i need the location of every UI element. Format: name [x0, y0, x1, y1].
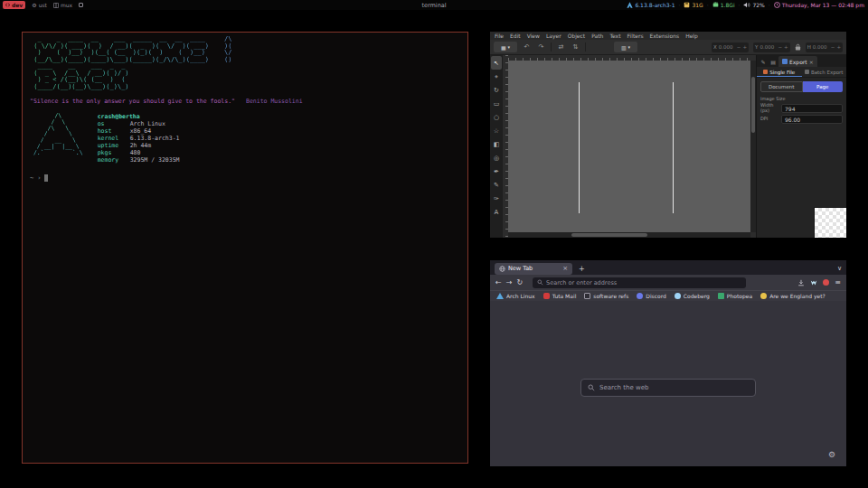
align-dropdown[interactable]: ▥ ▾ — [614, 42, 637, 52]
reload-button[interactable]: ↻ — [516, 278, 523, 286]
layers-dialog-tab[interactable]: ▤ — [769, 57, 778, 67]
downloads-icon[interactable] — [797, 279, 805, 286]
browser-nav-bar: ← → ↻ ≡ — [490, 275, 846, 290]
quote-text: "Silence is the only answer you should g… — [30, 98, 235, 105]
tool-3dbox[interactable]: ◧ — [491, 137, 502, 151]
selection-mode-dropdown[interactable]: ▦ ▾ — [494, 42, 517, 52]
user-host: crash@bertha — [98, 113, 180, 120]
tool-calligraphy[interactable]: ✑ — [491, 192, 502, 205]
flip-horizontal-button[interactable]: ⇄ — [556, 43, 566, 51]
fetch-label: kernel — [98, 135, 130, 142]
bookmark-discord[interactable]: Discord — [637, 293, 666, 299]
canvas-area — [508, 55, 756, 238]
flip-vertical-button[interactable]: ⇅ — [571, 43, 580, 51]
rotate-cw-button[interactable]: ↷ — [536, 43, 546, 51]
new-tab-button[interactable]: + — [579, 265, 585, 273]
tool-spiral[interactable]: ◎ — [491, 151, 502, 164]
x-coordinate-field[interactable]: X 0.000 − + — [712, 42, 749, 52]
url-bar[interactable] — [533, 277, 746, 288]
inkscape-window[interactable]: File Edit View Layer Object Path Text Fi… — [490, 32, 846, 238]
tool-pencil[interactable]: ✎ — [491, 178, 502, 192]
browser-tab-bar: New Tab × + ∨ — [490, 260, 846, 275]
menu-help[interactable]: Help — [685, 33, 698, 39]
tool-pen[interactable]: ✒ — [491, 164, 502, 178]
divider — [585, 42, 586, 52]
batch-export-icon — [805, 70, 809, 74]
menu-extensions[interactable]: Extensions — [650, 33, 680, 39]
clock-icon — [774, 2, 780, 8]
scrollbar-thumb[interactable] — [571, 233, 647, 237]
menu-object[interactable]: Object — [568, 33, 586, 39]
menu-icon[interactable]: ≡ — [835, 278, 841, 286]
tool-text[interactable]: A — [491, 205, 502, 219]
fetch-value: 3295M / 32035M — [130, 156, 180, 164]
fetch-output: /\ / \ /\ \ / \ / __ \ / __| |__ \ /.` `… — [30, 113, 460, 164]
quote-author: Benito Mussolini — [246, 98, 303, 105]
dpi-input[interactable]: 96.00 — [781, 115, 843, 124]
bookmark-arch-linux[interactable]: Arch Linux — [496, 293, 535, 299]
shell-prompt[interactable]: ~ › — [30, 174, 460, 182]
decrement-button[interactable]: − — [737, 44, 741, 50]
browser-window[interactable]: New Tab × + ∨ ← → ↻ ≡ Arch Linux Tuta Ma… — [490, 260, 846, 466]
width-input[interactable]: 794 — [781, 104, 843, 113]
librewolf-icon[interactable] — [810, 279, 817, 286]
scrollbar-thumb[interactable] — [751, 77, 755, 133]
england-favicon — [760, 293, 767, 299]
forward-button[interactable]: → — [506, 278, 513, 286]
personalize-gear-icon[interactable]: ⚙ — [828, 450, 835, 459]
search-icon — [537, 279, 543, 286]
close-tab-icon[interactable]: × — [562, 265, 568, 272]
back-button[interactable]: ← — [495, 278, 502, 286]
menu-text[interactable]: Text — [609, 33, 620, 39]
increment-button[interactable]: + — [784, 44, 788, 50]
active-tab[interactable]: New Tab × — [495, 263, 572, 275]
y-coordinate-field[interactable]: Y 0.000 − + — [753, 42, 790, 52]
inkscape-canvas[interactable] — [508, 61, 750, 232]
objects-dialog-tab[interactable]: ✎ — [759, 57, 768, 67]
tool-selector[interactable]: ↖ — [491, 56, 502, 70]
tool-rectangle[interactable]: ▭ — [491, 97, 502, 110]
menu-file[interactable]: File — [495, 33, 504, 39]
extension-icon[interactable] — [823, 279, 829, 286]
increment-button[interactable]: + — [836, 44, 841, 50]
tool-star[interactable]: ☆ — [491, 124, 502, 137]
newtab-search-input[interactable] — [599, 384, 749, 391]
menu-filters[interactable]: Filters — [627, 33, 644, 39]
bookmark-folder-software-refs[interactable]: software refs — [584, 293, 628, 299]
menu-layer[interactable]: Layer — [546, 33, 561, 39]
fetch-value: x86_64 — [130, 127, 151, 135]
export-dialog-tab[interactable]: Export × — [778, 56, 817, 67]
menu-path[interactable]: Path — [591, 33, 603, 39]
clock-module: Thursday, Mar 13 — 02:48 pm — [774, 2, 864, 8]
single-file-icon — [763, 70, 768, 74]
page-button[interactable]: Page — [803, 81, 844, 92]
menu-edit[interactable]: Edit — [510, 33, 521, 39]
tool-ellipse[interactable]: ○ — [491, 110, 502, 124]
fetch-row: kernel6.13.8-arch3-1 — [98, 135, 180, 142]
bookmark-tuta-mail[interactable]: Tuta Mail — [543, 293, 577, 299]
single-file-tab[interactable]: Single File — [757, 67, 802, 77]
menu-view[interactable]: View — [527, 33, 540, 39]
bookmark-are-we-england-yet[interactable]: Are we England yet? — [760, 293, 826, 299]
welcome-ascii-art: _ _ ____ __ ___ _____ __ __ ____ /\ ( \/… — [30, 36, 460, 90]
bookmark-photopea[interactable]: Photopea — [718, 293, 752, 299]
increment-button[interactable]: + — [742, 44, 747, 50]
decrement-button[interactable]: − — [831, 44, 835, 50]
close-icon[interactable]: × — [809, 59, 814, 65]
batch-export-tab[interactable]: Batch Export — [802, 67, 847, 77]
document-button[interactable]: Document — [760, 81, 803, 92]
tool-zoom[interactable]: ↻ — [491, 83, 502, 97]
height-field[interactable]: H 0.000 − + — [806, 42, 843, 52]
tool-node-editor[interactable]: ⌖ — [491, 70, 502, 83]
url-input[interactable] — [546, 279, 741, 286]
lock-ratio-icon[interactable] — [795, 43, 801, 51]
rotate-ccw-button[interactable]: ↶ — [522, 43, 532, 51]
fetch-row: uptime2h 44m — [98, 142, 180, 149]
newtab-search-box[interactable] — [580, 379, 756, 397]
canvas-horizontal-scrollbar[interactable] — [508, 232, 750, 238]
list-tabs-icon[interactable]: ∨ — [837, 265, 842, 272]
fetch-row: pkgs480 — [98, 149, 180, 156]
terminal-window[interactable]: _ _ ____ __ ___ _____ __ __ ____ /\ ( \/… — [22, 32, 468, 464]
bookmark-codeberg[interactable]: Codeberg — [675, 293, 710, 299]
decrement-button[interactable]: − — [778, 44, 782, 50]
